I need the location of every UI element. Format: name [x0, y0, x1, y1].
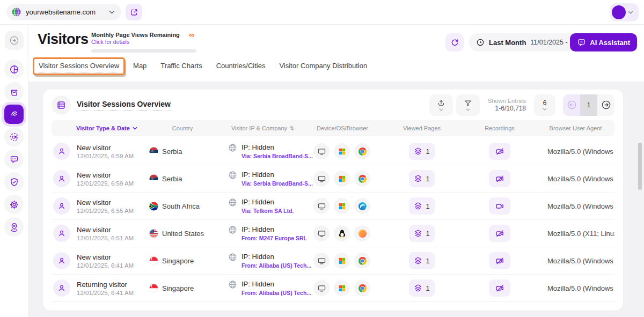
viewed-pages-count: 1: [426, 284, 429, 292]
globe-icon: [228, 225, 237, 234]
table-row[interactable]: New visitor 12/01/2025, 6:41 AM Singapor…: [52, 247, 614, 275]
recording-button[interactable]: [489, 197, 510, 215]
tab-countries-cities[interactable]: Countries/Cities: [216, 62, 266, 72]
flag-serbia-icon: [149, 147, 158, 156]
visitor-cell: New visitor 12/01/2025, 6:55 AM: [52, 197, 143, 215]
website-selector[interactable]: yourwebsitename.com: [6, 4, 121, 20]
table-row[interactable]: New visitor 12/01/2025, 6:59 AM Serbia I…: [52, 138, 614, 165]
infinity-value: ∞: [189, 31, 194, 39]
user-agent: Mozilla/5.0 (Windows NT...: [537, 257, 614, 265]
table-row[interactable]: Returning visitor 12/01/2025, 6:41 AM Si…: [52, 275, 614, 302]
viewed-pages-badge[interactable]: 1: [409, 170, 434, 187]
table-row[interactable]: New visitor 12/01/2025, 6:51 AM United S…: [52, 220, 614, 247]
account-menu[interactable]: [610, 3, 639, 21]
viewed-pages-badge[interactable]: 1: [409, 197, 434, 215]
device-os-browser-cell: [304, 171, 381, 187]
user-agent: Mozilla/5.0 (Windows NT...: [537, 284, 614, 292]
user-agent: Mozilla/5.0 (X11; Linux x8...: [537, 230, 614, 238]
export-icon: [437, 99, 445, 107]
sidebar-item-location-pin[interactable]: [4, 217, 24, 237]
column-visitor-ip-company[interactable]: Visitor IP & Company: [222, 125, 304, 131]
sidebar-item-dashboard[interactable]: [4, 60, 24, 79]
page-size-select[interactable]: 6: [534, 94, 555, 116]
viewed-pages-badge[interactable]: 1: [409, 279, 434, 297]
viewed-pages-count: 1: [426, 230, 429, 238]
viewed-pages-badge[interactable]: 1: [409, 252, 434, 269]
column-visitor-type-date[interactable]: Visitor Type & Date: [52, 125, 143, 131]
sidebar-item-privacy-shield[interactable]: [4, 172, 24, 191]
tab-visitor-company-distribution[interactable]: Visitor Company Distribution: [279, 62, 367, 72]
table-row[interactable]: New visitor 12/01/2025, 6:55 AM South Af…: [52, 193, 614, 220]
sidebar-item-session-recordings[interactable]: [4, 127, 24, 146]
visitor-cell: New visitor 12/01/2025, 6:59 AM: [52, 143, 143, 160]
visitor-type: New visitor: [77, 198, 134, 207]
sidebar-item-ecommerce[interactable]: [4, 82, 24, 101]
recording-button[interactable]: [489, 279, 510, 297]
ip-hidden: IP: Hidden: [241, 143, 313, 151]
windows-logo-icon: [338, 175, 346, 183]
country-cell: Singapore: [143, 256, 222, 266]
chrome-logo-icon: [358, 256, 367, 266]
tab-bar: Visitor Sessions Overview Map Traffic Ch…: [39, 62, 367, 72]
prev-page-button[interactable]: [563, 94, 580, 116]
desktop-icon: [317, 256, 326, 266]
layers-icon: [414, 147, 422, 156]
company-link[interactable]: From: M247 Europe SRL: [241, 235, 307, 241]
clock-icon: [476, 38, 485, 47]
next-page-button[interactable]: [597, 94, 614, 116]
sidebar-item-communication[interactable]: [4, 150, 24, 169]
refresh-icon: [450, 38, 459, 47]
visitor-type: New visitor: [77, 171, 134, 179]
company-link[interactable]: Via: Serbia BroadBand-S...: [241, 180, 313, 187]
recording-button[interactable]: [489, 225, 510, 242]
country-name: South Africa: [162, 202, 200, 210]
recording-button[interactable]: [489, 170, 510, 187]
tab-traffic-charts[interactable]: Traffic Charts: [160, 62, 202, 72]
tab-visitor-sessions-overview[interactable]: Visitor Sessions Overview: [39, 62, 119, 72]
company-link[interactable]: Via: Serbia BroadBand-S...: [241, 153, 313, 159]
video-camera-off-icon: [495, 284, 505, 293]
ip-company-cell: IP: Hidden Via: Serbia BroadBand-S...: [222, 171, 304, 187]
person-icon: [57, 229, 66, 238]
sidebar-collapse-button[interactable]: [5, 31, 24, 50]
refresh-button[interactable]: [445, 33, 464, 51]
ecommerce-icon: [9, 87, 19, 97]
ai-assistant-button[interactable]: AI Assistant: [570, 33, 637, 51]
recording-button[interactable]: [489, 143, 510, 160]
privacy-shield-icon: [9, 177, 19, 187]
visitor-sessions-panel: Visitor Sessions Overview Shown Entries …: [43, 90, 623, 311]
sidebar-item-visitors[interactable]: [4, 105, 24, 124]
sidebar-item-settings-gear[interactable]: [4, 195, 24, 214]
filter-button[interactable]: [456, 94, 480, 116]
country-name: Singapore: [162, 257, 194, 265]
chrome-logo-icon: [358, 174, 367, 183]
company-link[interactable]: Via: Telkom SA Ltd.: [241, 208, 294, 214]
company-link[interactable]: From: Alibaba (US) Tech...: [241, 262, 311, 269]
export-button[interactable]: [429, 94, 453, 116]
viewed-pages-badge[interactable]: 1: [409, 143, 434, 160]
usage-details-link[interactable]: Click for details: [91, 39, 196, 45]
table-row[interactable]: New visitor 12/01/2025, 6:59 AM Serbia I…: [52, 165, 614, 193]
ip-company-cell: IP: Hidden From: Alibaba (US) Tech...: [222, 280, 304, 296]
open-website-button[interactable]: [126, 4, 142, 20]
viewed-pages-cell: 1: [381, 143, 463, 160]
video-camera-off-icon: [495, 147, 505, 156]
flag-singapore-icon: [149, 256, 158, 266]
current-page: 1: [580, 94, 597, 116]
visitor-avatar: [53, 252, 70, 269]
device-os-browser-cell: [304, 225, 381, 241]
arrow-left-circle-icon: [567, 100, 577, 110]
viewed-pages-count: 1: [426, 148, 429, 156]
desktop-icon: [317, 229, 326, 238]
viewed-pages-badge[interactable]: 1: [409, 225, 434, 242]
vertical-scrollbar[interactable]: [638, 143, 642, 190]
filter-funnel-icon: [464, 99, 472, 107]
period-label: Last Month: [489, 39, 526, 47]
company-link[interactable]: From: Alibaba (US) Tech...: [241, 290, 311, 296]
visitors-icon: [9, 109, 19, 120]
device-os-browser-cell: [304, 253, 381, 269]
recording-button[interactable]: [489, 252, 510, 269]
tab-map[interactable]: Map: [133, 62, 147, 72]
desktop-icon: [317, 284, 326, 293]
layers-icon: [414, 284, 422, 292]
